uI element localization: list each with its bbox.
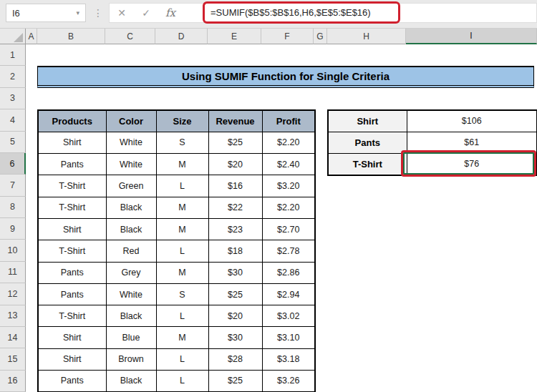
column-header[interactable]: D bbox=[155, 29, 208, 44]
cell-size[interactable]: M bbox=[156, 327, 208, 348]
cell-product[interactable]: T-Shirt bbox=[38, 175, 106, 197]
cell-product[interactable]: Pants bbox=[38, 154, 106, 175]
column-header[interactable]: A bbox=[26, 29, 37, 44]
column-header[interactable]: E bbox=[208, 29, 261, 44]
title-banner[interactable]: Using SUMIF Function for Single Criteria bbox=[37, 66, 534, 88]
row-header[interactable]: 12 bbox=[0, 283, 26, 305]
cell-product[interactable]: Pants bbox=[38, 371, 106, 392]
cell-color[interactable]: White bbox=[106, 283, 156, 305]
cell-color[interactable]: Black bbox=[106, 218, 156, 240]
cell-revenue[interactable]: $25 bbox=[208, 371, 262, 392]
row-header[interactable]: 3 bbox=[0, 88, 26, 109]
row-header[interactable]: 5 bbox=[0, 132, 26, 153]
row-header[interactable]: 16 bbox=[0, 371, 26, 392]
cell-profit[interactable]: $3.02 bbox=[262, 305, 315, 327]
cell-color[interactable]: Grey bbox=[106, 262, 156, 283]
cell-color[interactable]: Red bbox=[106, 240, 156, 262]
cell-product[interactable]: Shirt bbox=[38, 327, 106, 348]
cell-profit[interactable]: $2.86 bbox=[262, 262, 315, 283]
insert-function-icon[interactable]: fx bbox=[158, 6, 183, 19]
formula-input[interactable]: =SUMIF($B$5:$B$16,H6,$E$5:$E$16) bbox=[211, 7, 371, 18]
cell-product[interactable]: T-Shirt bbox=[38, 240, 106, 262]
cell-color[interactable]: Blue bbox=[106, 327, 156, 348]
cell-size[interactable]: L bbox=[156, 305, 208, 327]
row-header[interactable]: 9 bbox=[0, 218, 26, 240]
cell-color[interactable]: Black bbox=[106, 197, 156, 218]
row-header[interactable]: 7 bbox=[0, 175, 26, 196]
products-table-header-cell[interactable]: Color bbox=[106, 110, 156, 132]
cell-revenue[interactable]: $20 bbox=[208, 154, 262, 175]
cell-color[interactable]: Black bbox=[106, 305, 156, 327]
cell-revenue[interactable]: $16 bbox=[208, 175, 262, 197]
cell-size[interactable]: M bbox=[156, 154, 208, 175]
column-header[interactable]: H bbox=[327, 29, 406, 44]
result-value-cell[interactable]: $61 bbox=[407, 132, 537, 153]
more-options-icon[interactable]: ⋮ bbox=[93, 4, 103, 22]
row-header[interactable]: 6 bbox=[0, 153, 26, 175]
cell-profit[interactable]: $2.70 bbox=[262, 218, 315, 240]
row-header[interactable]: 10 bbox=[0, 240, 26, 261]
cell-profit[interactable]: $3.26 bbox=[262, 371, 315, 392]
cell-profit[interactable]: $3.20 bbox=[262, 175, 315, 197]
products-table-header-cell[interactable]: Size bbox=[156, 110, 208, 132]
cell-color[interactable]: White bbox=[106, 154, 156, 175]
row-header[interactable]: 4 bbox=[0, 109, 26, 131]
criteria-label-cell[interactable]: T-Shirt bbox=[328, 154, 407, 175]
cell-size[interactable]: S bbox=[156, 283, 208, 305]
cell-profit[interactable]: $3.18 bbox=[262, 348, 315, 370]
cell-color[interactable]: White bbox=[106, 132, 156, 153]
cell-size[interactable]: L bbox=[156, 240, 208, 262]
cell-profit[interactable]: $2.20 bbox=[262, 197, 315, 218]
cell-revenue[interactable]: $23 bbox=[208, 218, 262, 240]
cell-revenue[interactable]: $30 bbox=[208, 262, 262, 283]
cell-size[interactable]: M bbox=[156, 197, 208, 218]
cell-revenue[interactable]: $18 bbox=[208, 240, 262, 262]
products-table-header-cell[interactable]: Profit bbox=[262, 110, 315, 132]
row-header[interactable]: 1 bbox=[0, 44, 26, 66]
name-box[interactable]: I6 ▾ bbox=[6, 4, 86, 22]
cell-product[interactable]: Pants bbox=[38, 283, 106, 305]
cell-size[interactable]: L bbox=[156, 348, 208, 370]
select-all-button[interactable] bbox=[0, 29, 26, 44]
cell-product[interactable]: Pants bbox=[38, 262, 106, 283]
cell-revenue[interactable]: $28 bbox=[208, 348, 262, 370]
cell-product[interactable]: T-Shirt bbox=[38, 197, 106, 218]
cell-size[interactable]: M bbox=[156, 218, 208, 240]
criteria-label-cell[interactable]: Shirt bbox=[328, 110, 407, 132]
row-header[interactable]: 15 bbox=[0, 348, 26, 370]
enter-icon[interactable]: ✓ bbox=[134, 7, 158, 19]
column-header[interactable]: F bbox=[261, 29, 314, 44]
cell-product[interactable]: Shirt bbox=[38, 348, 106, 370]
cancel-icon[interactable]: ✕ bbox=[110, 7, 134, 19]
column-header[interactable]: C bbox=[105, 29, 155, 44]
cell-profit[interactable]: $2.78 bbox=[262, 240, 315, 262]
row-header[interactable]: 13 bbox=[0, 305, 26, 327]
criteria-label-cell[interactable]: Pants bbox=[328, 132, 407, 153]
cell-product[interactable]: T-Shirt bbox=[38, 305, 106, 327]
cell-size[interactable]: S bbox=[156, 132, 208, 153]
cell-product[interactable]: Shirt bbox=[38, 218, 106, 240]
products-table-header-cell[interactable]: Revenue bbox=[208, 110, 262, 132]
cell-size[interactable]: L bbox=[156, 371, 208, 392]
row-header[interactable]: 11 bbox=[0, 262, 26, 283]
chevron-down-icon[interactable]: ▾ bbox=[76, 9, 79, 16]
products-table-header-cell[interactable]: Products bbox=[38, 110, 106, 132]
cell-profit[interactable]: $3.10 bbox=[262, 327, 315, 348]
column-header[interactable]: G bbox=[314, 29, 327, 44]
cell-revenue[interactable]: $22 bbox=[208, 197, 262, 218]
column-header[interactable]: B bbox=[37, 29, 105, 44]
column-header[interactable]: I bbox=[406, 29, 537, 44]
cell-color[interactable]: Black bbox=[106, 371, 156, 392]
cell-size[interactable]: L bbox=[156, 175, 208, 197]
cell-size[interactable]: M bbox=[156, 262, 208, 283]
row-header[interactable]: 8 bbox=[0, 197, 26, 218]
result-value-cell[interactable]: $106 bbox=[407, 110, 537, 132]
cell-profit[interactable]: $2.94 bbox=[262, 283, 315, 305]
cell-revenue[interactable]: $30 bbox=[208, 327, 262, 348]
cell-product[interactable]: Shirt bbox=[38, 132, 106, 153]
cell-revenue[interactable]: $25 bbox=[208, 132, 262, 153]
cell-profit[interactable]: $2.20 bbox=[262, 132, 315, 153]
row-header[interactable]: 14 bbox=[0, 327, 26, 348]
row-header[interactable]: 2 bbox=[0, 66, 26, 87]
result-value-cell[interactable]: $76 bbox=[407, 154, 537, 175]
